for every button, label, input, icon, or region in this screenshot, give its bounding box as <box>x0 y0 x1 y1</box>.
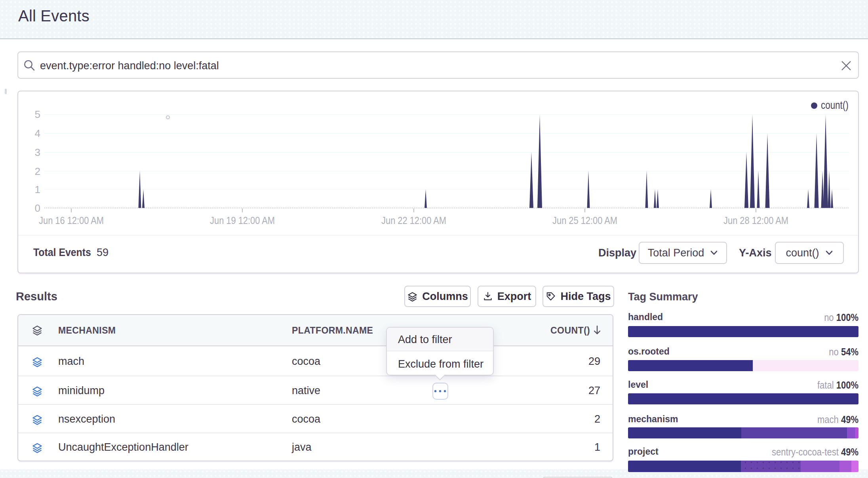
svg-text:3: 3 <box>35 146 40 158</box>
svg-text:1: 1 <box>35 184 40 195</box>
svg-text:2: 2 <box>35 165 40 177</box>
svg-text:Jun 28 12:00 AM: Jun 28 12:00 AM <box>723 214 788 226</box>
svg-text:0: 0 <box>35 202 40 214</box>
svg-text:Jun 22 12:00 AM: Jun 22 12:00 AM <box>381 214 446 226</box>
svg-text:Jun 25 12:00 AM: Jun 25 12:00 AM <box>552 214 617 226</box>
svg-text:5: 5 <box>35 108 40 120</box>
svg-text:Jun 19 12:00 AM: Jun 19 12:00 AM <box>210 214 275 226</box>
svg-text:Jun 16 12:00 AM: Jun 16 12:00 AM <box>39 214 104 226</box>
svg-text:4: 4 <box>35 127 40 139</box>
